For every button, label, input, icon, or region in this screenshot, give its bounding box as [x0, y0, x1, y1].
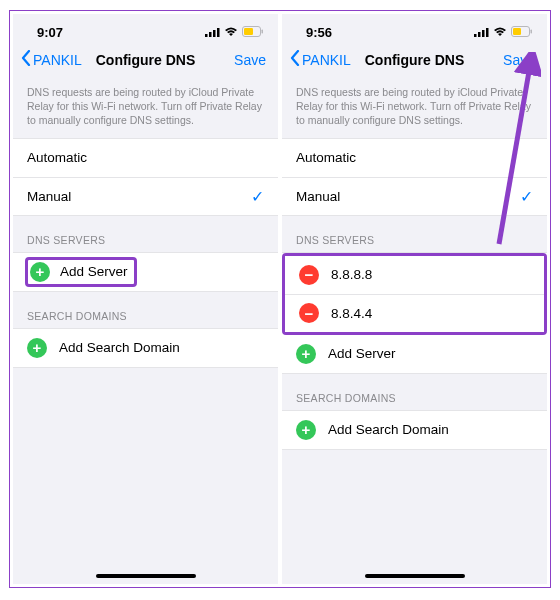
- highlight-annotation: − 8.8.8.8 − 8.8.4.4: [282, 253, 547, 335]
- cellular-icon: [205, 25, 220, 40]
- save-button[interactable]: Save: [503, 52, 535, 68]
- checkmark-icon: ✓: [520, 187, 533, 206]
- dns-mode-group: Automatic Manual ✓: [13, 138, 278, 216]
- svg-rect-2: [213, 30, 216, 37]
- svg-rect-0: [205, 34, 208, 37]
- minus-icon[interactable]: −: [299, 303, 319, 323]
- option-label: Manual: [27, 189, 71, 204]
- svg-rect-1: [209, 32, 212, 37]
- option-manual[interactable]: Manual ✓: [282, 177, 547, 215]
- dns-servers-group: − 8.8.8.8 − 8.8.4.4 + Add Server: [282, 252, 547, 374]
- option-automatic[interactable]: Automatic: [282, 139, 547, 177]
- add-domain-label: Add Search Domain: [328, 422, 449, 437]
- svg-rect-8: [478, 32, 481, 37]
- minus-icon[interactable]: −: [299, 265, 319, 285]
- dns-mode-group: Automatic Manual ✓: [282, 138, 547, 216]
- add-domain-row[interactable]: + Add Search Domain: [13, 329, 278, 367]
- plus-icon: +: [30, 262, 50, 282]
- add-domain-label: Add Search Domain: [59, 340, 180, 355]
- home-indicator[interactable]: [96, 574, 196, 578]
- svg-rect-9: [482, 30, 485, 37]
- cellular-icon: [474, 25, 489, 40]
- screenshot-pair: 9:07 PANKIL Configure DNS Save DNS re: [9, 10, 551, 588]
- svg-rect-3: [217, 28, 220, 37]
- server-row[interactable]: − 8.8.4.4: [285, 294, 544, 332]
- plus-icon: +: [296, 344, 316, 364]
- status-time: 9:07: [37, 25, 63, 40]
- server-address: 8.8.4.4: [331, 306, 372, 321]
- svg-rect-10: [486, 28, 489, 37]
- back-button[interactable]: PANKIL: [290, 50, 351, 69]
- nav-bar: PANKIL Configure DNS Save: [282, 44, 547, 79]
- chevron-left-icon: [21, 50, 31, 69]
- option-label: Automatic: [296, 150, 356, 165]
- nav-bar: PANKIL Configure DNS Save: [13, 44, 278, 79]
- back-button[interactable]: PANKIL: [21, 50, 82, 69]
- dns-servers-header: DNS SERVERS: [13, 216, 278, 252]
- add-server-label: Add Server: [60, 264, 128, 279]
- option-manual[interactable]: Manual ✓: [13, 177, 278, 215]
- wifi-icon: [493, 25, 507, 40]
- battery-icon: [242, 25, 264, 40]
- status-time: 9:56: [306, 25, 332, 40]
- search-domains-header: SEARCH DOMAINS: [282, 374, 547, 410]
- highlight-annotation: + Add Server: [25, 257, 137, 287]
- save-button[interactable]: Save: [234, 52, 266, 68]
- home-indicator[interactable]: [365, 574, 465, 578]
- svg-rect-12: [513, 28, 521, 35]
- search-domains-header: SEARCH DOMAINS: [13, 292, 278, 328]
- option-label: Automatic: [27, 150, 87, 165]
- back-label: PANKIL: [33, 52, 82, 68]
- left-phone: 9:07 PANKIL Configure DNS Save DNS re: [13, 14, 278, 584]
- page-title: Configure DNS: [96, 52, 196, 68]
- server-address: 8.8.8.8: [331, 267, 372, 282]
- svg-rect-5: [244, 28, 253, 35]
- status-bar: 9:07: [13, 14, 278, 44]
- status-icons: [474, 25, 533, 40]
- status-icons: [205, 25, 264, 40]
- add-domain-row[interactable]: + Add Search Domain: [282, 411, 547, 449]
- wifi-icon: [224, 25, 238, 40]
- add-server-label: Add Server: [328, 346, 396, 361]
- svg-rect-13: [531, 29, 533, 33]
- dns-servers-group: + Add Server: [13, 252, 278, 292]
- status-bar: 9:56: [282, 14, 547, 44]
- search-domains-group: + Add Search Domain: [13, 328, 278, 368]
- right-phone: 9:56 PANKIL Configure DNS Save DNS re: [282, 14, 547, 584]
- dns-servers-header: DNS SERVERS: [282, 216, 547, 252]
- checkmark-icon: ✓: [251, 187, 264, 206]
- option-automatic[interactable]: Automatic: [13, 139, 278, 177]
- plus-icon: +: [296, 420, 316, 440]
- svg-rect-7: [474, 34, 477, 37]
- chevron-left-icon: [290, 50, 300, 69]
- search-domains-group: + Add Search Domain: [282, 410, 547, 450]
- page-title: Configure DNS: [365, 52, 465, 68]
- plus-icon: +: [27, 338, 47, 358]
- description-text: DNS requests are being routed by iCloud …: [282, 79, 547, 138]
- add-server-row[interactable]: + Add Server: [13, 253, 278, 291]
- svg-rect-6: [262, 29, 264, 33]
- battery-icon: [511, 25, 533, 40]
- add-server-row[interactable]: + Add Server: [282, 335, 547, 373]
- back-label: PANKIL: [302, 52, 351, 68]
- server-row[interactable]: − 8.8.8.8: [285, 256, 544, 294]
- description-text: DNS requests are being routed by iCloud …: [13, 79, 278, 138]
- option-label: Manual: [296, 189, 340, 204]
